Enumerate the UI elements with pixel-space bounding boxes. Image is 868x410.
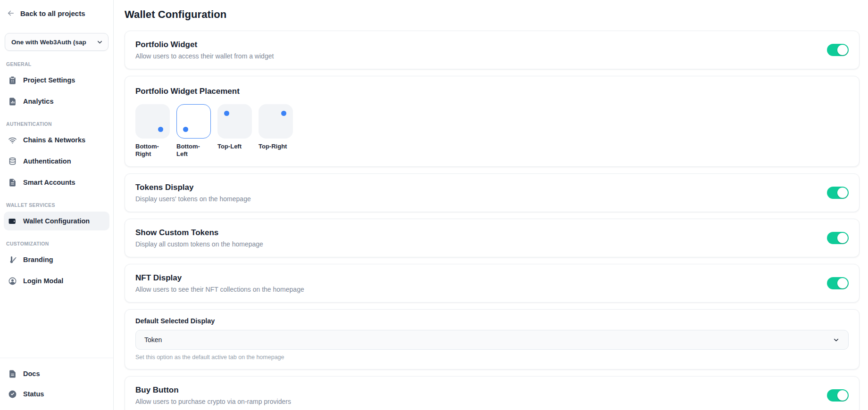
sidebar-item-branding[interactable]: Branding [4,250,109,269]
sidebar-spacer [0,293,113,358]
doc-icon [8,369,17,378]
sidebar-item-label: Smart Accounts [23,179,75,186]
sidebar-nav: GENERAL Project Settings Analytics AUTHE… [0,51,113,293]
placement-label: Bottom-Right [135,143,170,158]
select-label: Default Selected Display [135,317,849,325]
sidebar-item-smart-accounts[interactable]: Smart Accounts [4,173,109,192]
nft-display-text: NFT Display Allow users to see their NFT… [135,272,304,294]
sidebar-item-label: Wallet Configuration [23,217,90,225]
back-label: Back to all projects [20,9,85,17]
toggle-knob [837,233,848,243]
nft-display-card: NFT Display Allow users to see their NFT… [125,264,860,303]
placement-option-bottom-left[interactable]: Bottom-Left [176,104,211,158]
sidebar-item-login-modal[interactable]: Login Modal [4,271,109,290]
wifi-icon [8,136,17,145]
card-title: Tokens Display [135,182,251,193]
sidebar: Back to all projects One with Web3Auth (… [0,0,114,410]
card-description: Display users' tokens on the homepage [135,195,251,204]
page-title: Wallet Configuration [125,8,860,21]
toggle-knob [837,45,848,55]
sidebar-footer: Docs Status [0,358,113,410]
sidebar-item-chains-networks[interactable]: Chains & Networks [4,131,109,149]
main-content: Wallet Configuration Portfolio Widget Al… [114,0,868,410]
portfolio-widget-toggle[interactable] [827,44,849,56]
tokens-display-card: Tokens Display Display users' tokens on … [125,173,860,212]
section-label-general: GENERAL [6,61,107,67]
analytics-chart-icon [8,97,17,106]
card-title: Portfolio Widget Placement [135,86,849,97]
select-helper-text: Set this option as the default active ta… [135,354,849,361]
brush-icon [8,255,17,264]
placement-dot-icon [183,127,188,132]
portfolio-widget-placement-card: Portfolio Widget Placement Bottom-Right … [125,76,860,167]
placement-dot-icon [224,111,229,116]
sidebar-item-label: Branding [23,256,53,263]
portfolio-widget-card: Portfolio Widget Allow users to access t… [125,31,860,69]
sidebar-item-label: Project Settings [23,76,75,84]
placement-tile [217,104,252,139]
default-display-select[interactable]: Token [135,330,849,350]
sidebar-item-label: Chains & Networks [23,136,85,144]
placement-options: Bottom-Right Bottom-Left Top-Left Top-Ri… [135,104,849,158]
sidebar-item-label: Analytics [23,98,53,105]
back-to-projects-button[interactable]: Back to all projects [0,0,113,17]
project-selector-value: One with Web3Auth (sap [11,39,96,46]
database-icon [8,157,17,166]
buy-button-card: Buy Button Allow users to purchase crypt… [125,376,860,410]
placement-tile [135,104,170,139]
default-selected-display-card: Default Selected Display Token Set this … [125,309,860,369]
card-title: Portfolio Widget [135,39,274,50]
placement-option-bottom-right[interactable]: Bottom-Right [135,104,170,158]
user-circle-icon [8,277,17,286]
placement-tile-selected [176,104,211,139]
chevron-down-icon [96,39,103,46]
section-label-wallet-services: WALLET SERVICES [6,202,107,208]
tokens-display-text: Tokens Display Display users' tokens on … [135,182,251,204]
placement-dot-icon [158,127,163,132]
sidebar-item-project-settings[interactable]: Project Settings [4,71,109,90]
portfolio-widget-text: Portfolio Widget Allow users to access t… [135,39,274,61]
buy-button-text: Buy Button Allow users to purchase crypt… [135,385,291,406]
sidebar-item-label: Docs [23,370,40,377]
section-label-customization: CUSTOMIZATION [6,241,107,246]
project-selector[interactable]: One with Web3Auth (sap [5,33,108,51]
sidebar-item-docs[interactable]: Docs [4,365,109,383]
placement-dot-icon [281,111,286,116]
placement-label: Top-Right [259,143,293,150]
file-icon [8,178,17,187]
app-root: Back to all projects One with Web3Auth (… [0,0,868,410]
clipboard-icon [8,76,17,85]
placement-label: Bottom-Left [176,143,211,158]
card-title: NFT Display [135,272,304,284]
card-description: Allow users to see their NFT collections… [135,285,304,294]
section-label-authentication: AUTHENTICATION [6,121,107,127]
sidebar-item-wallet-configuration[interactable]: Wallet Configuration [4,212,109,230]
arrow-left-icon [7,9,15,17]
card-description: Allow users to access their wallet from … [135,52,274,61]
sidebar-item-status[interactable]: Status [4,385,109,403]
sidebar-item-label: Status [23,390,44,398]
tokens-display-toggle[interactable] [827,187,849,199]
toggle-knob [837,278,848,288]
show-custom-tokens-toggle[interactable] [827,232,849,244]
placement-option-top-left[interactable]: Top-Left [217,104,252,158]
show-custom-tokens-text: Show Custom Tokens Display all custom to… [135,227,263,249]
card-title: Buy Button [135,385,291,396]
buy-button-toggle[interactable] [827,389,849,402]
sidebar-item-analytics[interactable]: Analytics [4,92,109,111]
select-value: Token [144,336,833,344]
toggle-knob [837,390,848,401]
sidebar-item-label: Login Modal [23,277,63,285]
sidebar-item-authentication[interactable]: Authentication [4,152,109,171]
check-circle-icon [8,390,17,399]
card-title: Show Custom Tokens [135,227,263,238]
nft-display-toggle[interactable] [827,277,849,289]
chevron-down-icon [833,336,840,344]
card-description: Display all custom tokens on the homepag… [135,240,263,249]
placement-label: Top-Left [217,143,252,150]
placement-option-top-right[interactable]: Top-Right [259,104,293,158]
card-description: Allow users to purchase crypto via on-ra… [135,397,291,406]
placement-tile [259,104,293,139]
show-custom-tokens-card: Show Custom Tokens Display all custom to… [125,219,860,257]
wallet-icon [8,217,17,226]
